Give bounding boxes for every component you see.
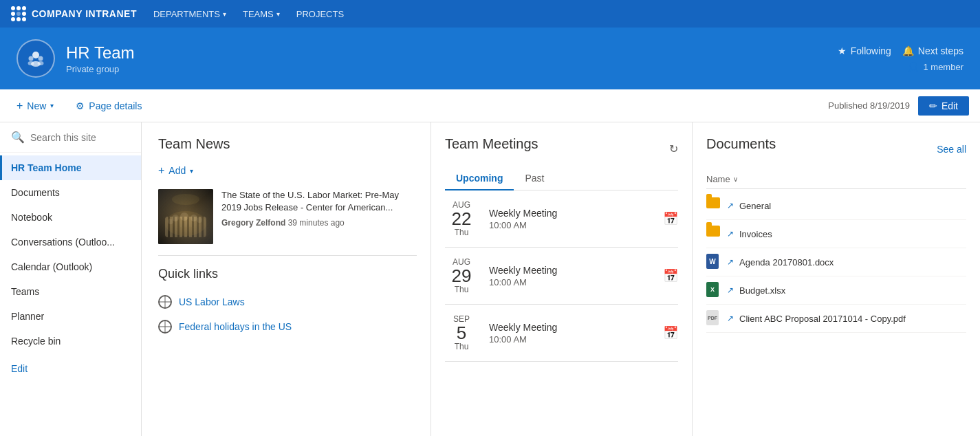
globe-icon: [158, 295, 172, 309]
sidebar-item-recycle-bin[interactable]: Recycle bin: [0, 329, 141, 353]
group-subtitle: Private group: [66, 64, 135, 74]
edit-label: Edit: [941, 100, 958, 111]
doc-name-4: Budget.xlsx: [739, 285, 785, 296]
svg-point-12: [168, 219, 173, 224]
top-nav: COMPANY INTRANET DEPARTMENTS ▾ TEAMS ▾ P…: [0, 0, 980, 28]
sidebar-item-label: Calendar (Outlook): [11, 261, 92, 272]
meetings-header: Team Meetings ↻: [445, 136, 678, 162]
page-details-button[interactable]: ⚙ Page details: [70, 98, 147, 114]
plus-icon: +: [158, 164, 164, 177]
group-icon: [17, 39, 55, 78]
new-button[interactable]: + New ▾: [11, 97, 59, 115]
doc-item-client-proposal[interactable]: PDF ↗ Client ABC Proposal 20171014 - Cop…: [706, 305, 966, 333]
tab-upcoming[interactable]: Upcoming: [445, 167, 514, 190]
following-button[interactable]: ★ Following: [838, 45, 891, 56]
name-column-label: Name: [706, 174, 730, 184]
meeting-title-3[interactable]: Weekly Meeting: [489, 322, 652, 333]
following-label: Following: [851, 45, 891, 56]
meeting-title[interactable]: Weekly Meeting: [489, 208, 652, 219]
brand[interactable]: COMPANY INTRANET: [11, 6, 137, 21]
svg-point-7: [165, 211, 206, 236]
projects-label: PROJECTS: [296, 9, 344, 19]
news-time: 39 minutes ago: [288, 218, 345, 228]
edit-icon: ✏: [929, 100, 937, 111]
sidebar-item-label: Teams: [11, 286, 39, 297]
search-input[interactable]: [30, 132, 130, 143]
globe-icon-2: [158, 320, 172, 334]
folder-icon-invoices: [706, 226, 720, 242]
doc-nav-arrow: ↗: [727, 201, 734, 210]
doc-item-general[interactable]: ↗ General: [706, 192, 966, 220]
toolbar: + New ▾ ⚙ Page details Published 8/19/20…: [0, 89, 980, 122]
see-all-link[interactable]: See all: [937, 144, 966, 155]
doc-item-agenda[interactable]: W ↗ Agenda 20170801.docx: [706, 248, 966, 276]
toolbar-right: Published 8/19/2019 ✏ Edit: [828, 96, 969, 116]
meeting-title-2[interactable]: Weekly Meeting: [489, 265, 652, 276]
meeting-row-3: Sep 5 Thu Weekly Meeting 10:00 AM 📅: [445, 305, 678, 362]
sidebar-item-conversations[interactable]: Conversations (Outloo...: [0, 230, 141, 254]
doc-name-3: Agenda 20170801.docx: [739, 257, 834, 268]
meeting-row-1: Aug 22 Thu Weekly Meeting 10:00 AM 📅: [445, 190, 678, 248]
search-box[interactable]: 🔍: [0, 122, 141, 153]
meeting-day-3: 5: [445, 324, 478, 342]
add-news-button[interactable]: + Add ▾: [158, 162, 417, 179]
svg-point-2: [39, 56, 43, 61]
refresh-icon[interactable]: ↻: [669, 142, 678, 155]
sidebar-item-label: Notebook: [11, 212, 52, 223]
meeting-weekday: Thu: [445, 228, 478, 237]
meeting-calendar-icon-3[interactable]: 📅: [663, 325, 678, 340]
tab-past[interactable]: Past: [514, 167, 555, 190]
doc-nav-arrow-3: ↗: [727, 257, 734, 267]
news-image: [158, 189, 213, 244]
left-column: Team News + Add ▾: [142, 122, 431, 436]
sidebar-item-calendar[interactable]: Calendar (Outlook): [0, 254, 141, 279]
team-news-title: Team News: [158, 136, 417, 152]
next-steps-label: Next steps: [918, 45, 963, 56]
sidebar-item-hr-team-home[interactable]: HR Team Home: [0, 155, 141, 180]
docs-header: Documents See all: [706, 136, 966, 162]
edit-button[interactable]: ✏ Edit: [918, 96, 969, 116]
sidebar-item-teams[interactable]: Teams: [0, 279, 141, 304]
svg-point-8: [172, 215, 179, 221]
svg-rect-6: [158, 189, 213, 244]
new-chevron: ▾: [50, 102, 54, 109]
meeting-time-2: 10:00 AM: [489, 277, 652, 287]
sidebar-item-documents[interactable]: Documents: [0, 180, 141, 205]
action-buttons-row: ★ Following 🔔 Next steps: [838, 45, 963, 56]
sidebar-item-planner[interactable]: Planner: [0, 304, 141, 329]
meeting-date-1: Aug 22 Thu: [445, 200, 478, 237]
sidebar: 🔍 HR Team Home Documents Notebook Conver…: [0, 122, 142, 436]
meeting-date-2: Aug 29 Thu: [445, 257, 478, 294]
search-icon: 🔍: [11, 131, 25, 144]
meeting-calendar-icon-2[interactable]: 📅: [663, 268, 678, 283]
sidebar-nav: HR Team Home Documents Notebook Conversa…: [0, 153, 141, 356]
sidebar-item-label: HR Team Home: [11, 162, 81, 173]
departments-nav[interactable]: DEPARTMENTS ▾: [153, 9, 226, 19]
news-title[interactable]: The State of the U.S. Labor Market: Pre-…: [221, 189, 417, 214]
meeting-day-2: 29: [445, 267, 478, 285]
documents-title: Documents: [706, 136, 776, 152]
doc-nav-arrow-5: ↗: [727, 314, 734, 323]
sidebar-item-notebook[interactable]: Notebook: [0, 205, 141, 230]
projects-nav[interactable]: PROJECTS: [296, 9, 344, 19]
middle-column: Team Meetings ↻ Upcoming Past Aug 22 Thu…: [431, 122, 692, 436]
doc-item-budget[interactable]: X ↗ Budget.xlsx: [706, 276, 966, 305]
quick-link-label: US Labor Laws: [179, 296, 245, 307]
meeting-calendar-icon[interactable]: 📅: [663, 211, 678, 226]
news-thumbnail[interactable]: [158, 189, 213, 244]
quick-link-us-labor[interactable]: US Labor Laws: [158, 290, 417, 314]
quick-link-federal-holidays[interactable]: Federal holidays in the US: [158, 314, 417, 339]
teams-nav[interactable]: TEAMS ▾: [243, 9, 280, 19]
meeting-weekday-2: Thu: [445, 285, 478, 294]
news-content: The State of the U.S. Labor Market: Pre-…: [221, 189, 417, 244]
sidebar-edit-link[interactable]: Edit: [0, 356, 141, 381]
next-steps-button[interactable]: 🔔 Next steps: [902, 45, 963, 56]
doc-item-invoices[interactable]: ↗ Invoices: [706, 220, 966, 248]
svg-point-5: [38, 61, 44, 65]
sub-header-actions: ★ Following 🔔 Next steps 👤 1 member: [838, 28, 963, 89]
svg-point-14: [172, 194, 199, 205]
sidebar-item-label: Conversations (Outloo...: [11, 237, 115, 248]
pdf-icon: PDF: [706, 310, 720, 327]
section-divider: [158, 255, 417, 256]
svg-point-9: [180, 212, 188, 221]
